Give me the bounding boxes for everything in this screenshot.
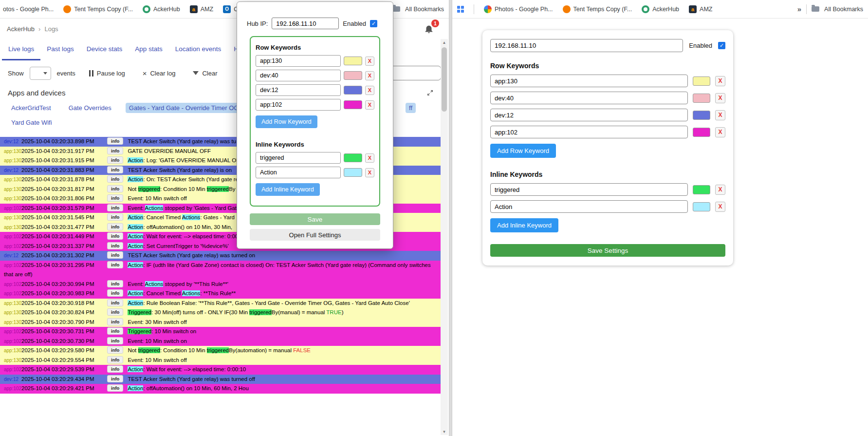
add-inline-keyword-button[interactable]: Add Inline Keyword	[256, 183, 320, 196]
scrollbar[interactable]: ▲ ▼	[441, 39, 448, 435]
remove-keyword-button[interactable]: X	[365, 57, 374, 66]
scrollbar-thumb[interactable]	[442, 47, 447, 112]
app-filter-chip[interactable]: ff	[406, 103, 416, 113]
color-swatch[interactable]	[693, 76, 710, 86]
log-source-link[interactable]: app:102	[4, 384, 21, 394]
remove-keyword-button[interactable]: X	[365, 100, 374, 110]
log-source-link[interactable]: app:130	[4, 147, 21, 156]
log-source-link[interactable]: app:102	[4, 242, 21, 251]
add-inline-keyword-button[interactable]: Add Inline Keyword	[490, 218, 558, 232]
log-source-link[interactable]: app:130	[4, 356, 21, 365]
color-swatch[interactable]	[693, 111, 710, 120]
hub-ip-input[interactable]	[272, 18, 339, 29]
remove-keyword-button[interactable]: X	[715, 185, 725, 195]
add-row-keyword-button[interactable]: Add Row Keyword	[256, 115, 317, 128]
app-filter-chip[interactable]: Gates - Yard Gate - Override Timer OG	[126, 103, 242, 113]
keyword-input[interactable]	[256, 55, 341, 67]
log-source-link[interactable]: app:130	[4, 156, 21, 166]
keyword-input[interactable]	[490, 92, 688, 104]
bookmark-item[interactable]: AckerHub	[143, 5, 180, 13]
color-swatch[interactable]	[693, 202, 710, 211]
log-source-link[interactable]: app:130	[4, 175, 21, 185]
notifications-button[interactable]: 1	[424, 23, 434, 34]
clear-log-button[interactable]: ×Clear log	[139, 67, 180, 80]
bookmark-item[interactable]: Photos - Google Ph...	[484, 5, 553, 13]
color-swatch[interactable]	[344, 57, 362, 65]
color-swatch[interactable]	[344, 100, 362, 109]
log-source-link[interactable]: app:102	[4, 232, 21, 242]
color-swatch[interactable]	[344, 153, 362, 162]
log-source-link[interactable]: app:102	[4, 261, 21, 270]
remove-keyword-button[interactable]: X	[715, 76, 725, 86]
keyword-input[interactable]	[490, 183, 688, 196]
save-settings-button[interactable]: Save Settings	[490, 244, 725, 257]
tab-app-stats[interactable]: App stats	[129, 39, 168, 60]
tab-location-events[interactable]: Location events	[169, 39, 228, 60]
log-source-link[interactable]: app:130	[4, 223, 21, 232]
remove-keyword-button[interactable]: X	[715, 202, 725, 212]
keyword-input[interactable]	[256, 70, 341, 81]
remove-keyword-button[interactable]: X	[365, 168, 374, 177]
color-swatch[interactable]	[693, 128, 710, 137]
tab-device-stats[interactable]: Device stats	[80, 39, 129, 60]
breadcrumb-root[interactable]: AckerHub	[7, 25, 35, 33]
save-button[interactable]: Save	[250, 213, 380, 225]
bookmark-item[interactable]: AckerHub	[642, 5, 679, 13]
color-swatch[interactable]	[344, 86, 362, 95]
scroll-up-arrow[interactable]: ▲	[443, 39, 446, 46]
pause-log-button[interactable]: Pause log	[85, 67, 129, 80]
app-filter-chip[interactable]: AckerGridTest	[8, 103, 55, 113]
log-source-link[interactable]: app:102	[4, 337, 21, 346]
log-source-link[interactable]: dev:12	[4, 166, 21, 175]
keyword-input[interactable]	[490, 75, 688, 87]
scroll-down-arrow[interactable]: ▼	[443, 428, 446, 435]
overflow-chevron-icon[interactable]: »	[797, 5, 801, 13]
log-source-link[interactable]: app:130	[4, 185, 21, 194]
keyword-input[interactable]	[256, 99, 341, 111]
log-source-link[interactable]: app:130	[4, 194, 21, 204]
color-swatch[interactable]	[344, 168, 362, 177]
show-events-select[interactable]	[30, 67, 51, 80]
color-swatch[interactable]	[693, 185, 710, 194]
open-full-settings-button[interactable]: Open Full Settings	[250, 229, 380, 241]
tab-past-logs[interactable]: Past logs	[40, 39, 80, 60]
keyword-input[interactable]	[490, 200, 688, 213]
remove-keyword-button[interactable]: X	[715, 93, 725, 103]
hub-ip-input[interactable]	[490, 39, 683, 52]
remove-keyword-button[interactable]: X	[365, 86, 374, 95]
keyword-input[interactable]	[256, 167, 341, 178]
bookmark-item[interactable]: otos - Google Ph...	[0, 5, 54, 13]
clear-filters-button[interactable]: Clear	[189, 67, 221, 80]
keyword-input[interactable]	[256, 152, 341, 164]
tab-groups-icon[interactable]	[457, 6, 464, 13]
tab-live-logs[interactable]: Live logs	[2, 39, 40, 60]
keyword-input[interactable]	[490, 109, 688, 121]
app-filter-chip[interactable]: Yard Gate Wifi	[8, 117, 55, 128]
log-source-link[interactable]: app:102	[4, 204, 21, 213]
log-source-link[interactable]: dev:12	[4, 137, 21, 147]
log-source-link[interactable]: app:102	[4, 280, 21, 289]
log-source-link[interactable]: app:130	[4, 346, 21, 356]
all-bookmarks-right[interactable]: » All Bookmarks	[797, 4, 863, 14]
remove-keyword-button[interactable]: X	[715, 110, 725, 120]
enabled-checkbox[interactable]	[370, 20, 377, 27]
log-source-link[interactable]: dev:12	[4, 251, 21, 261]
bookmark-item[interactable]: Tent Temps Copy (F...	[63, 5, 133, 13]
log-source-link[interactable]: app:102	[4, 327, 21, 337]
color-swatch[interactable]	[693, 94, 710, 103]
app-filter-chip[interactable]: Gate Overrides	[65, 103, 115, 113]
log-source-link[interactable]: app:130	[4, 318, 21, 327]
log-source-link[interactable]: app:130	[4, 213, 21, 223]
collapse-panel-icon[interactable]	[427, 90, 433, 96]
remove-keyword-button[interactable]: X	[715, 127, 725, 137]
bookmark-item[interactable]: aAMZ	[689, 5, 712, 13]
remove-keyword-button[interactable]: X	[365, 153, 374, 163]
bookmark-item[interactable]: aAMZ	[190, 5, 213, 13]
keyword-input[interactable]	[490, 126, 688, 138]
log-source-link[interactable]: app:102	[4, 365, 21, 375]
keyword-input[interactable]	[256, 84, 341, 96]
remove-keyword-button[interactable]: X	[365, 71, 374, 80]
all-bookmarks-left[interactable]: All Bookmarks	[387, 4, 444, 14]
add-row-keyword-button[interactable]: Add Row Keyword	[490, 144, 556, 158]
bookmark-item[interactable]: Tent Temps Copy (F...	[563, 5, 632, 13]
